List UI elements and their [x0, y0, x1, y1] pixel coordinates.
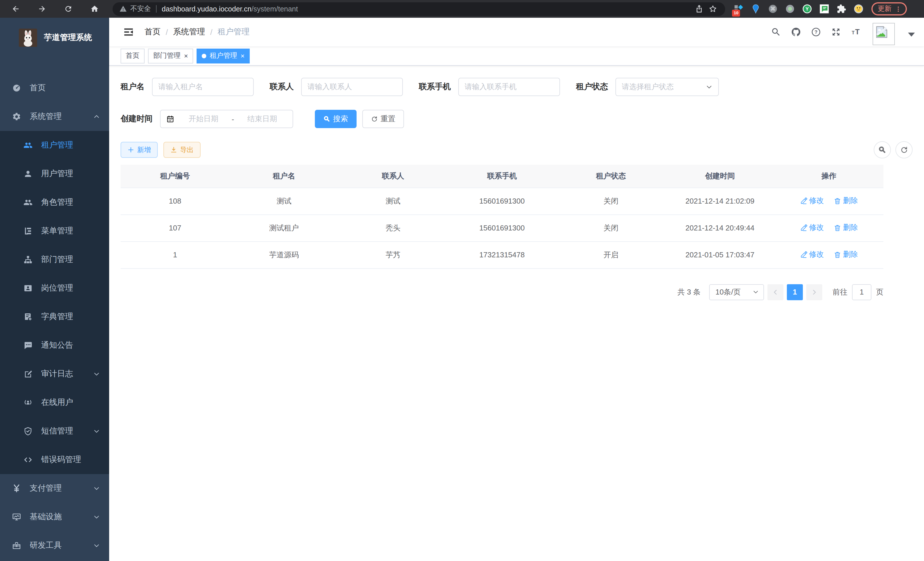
delete-link[interactable]: 删除: [834, 223, 858, 233]
page-size-select[interactable]: 10条/页: [709, 284, 764, 300]
edit-pen-icon: [800, 224, 807, 232]
extension-icon-command[interactable]: ⌘: [767, 4, 778, 14]
export-button[interactable]: 导出: [164, 142, 201, 158]
tab-部门管理[interactable]: 部门管理 ×: [148, 48, 193, 63]
extension-icon-grey-dot[interactable]: [784, 4, 795, 14]
sidebar-item-基础设施[interactable]: 基础设施: [0, 503, 109, 531]
sidebar-menu: 首页 系统管理 租户管理 用户管理 角色管理 菜单管理 部门管理 岗位管理: [0, 74, 109, 560]
goto-page-input[interactable]: 1: [852, 284, 872, 300]
sidebar-item-角色管理[interactable]: 角色管理: [0, 188, 109, 217]
edit-link[interactable]: 修改: [800, 223, 824, 233]
sidebar-item-字典管理[interactable]: 字典管理: [0, 302, 109, 331]
search-button[interactable]: 搜索: [315, 110, 357, 128]
announcement-icon: [23, 341, 33, 350]
sidebar-item-岗位管理[interactable]: 岗位管理: [0, 274, 109, 302]
breadcrumb-item-home[interactable]: 首页: [145, 27, 160, 37]
extension-icon-chat[interactable]: [819, 4, 829, 14]
browser-reload-button[interactable]: [61, 2, 75, 16]
forward-icon: [38, 5, 46, 13]
prev-page-button[interactable]: [767, 284, 783, 300]
browser-forward-button[interactable]: [35, 2, 49, 16]
active-tab-dot: [202, 53, 206, 58]
refresh-table-button[interactable]: [896, 141, 913, 158]
breadcrumb-item-system[interactable]: 系统管理: [173, 27, 205, 37]
extension-icon-y[interactable]: Y: [802, 4, 812, 14]
tenant-name-input[interactable]: 请输入租户名: [152, 78, 254, 96]
sidebar-item-用户管理[interactable]: 用户管理: [0, 159, 109, 188]
sidebar-collapse-icon[interactable]: [123, 26, 134, 38]
sidebar-item-错误码管理[interactable]: 错误码管理: [0, 445, 109, 474]
table-header-row: 租户编号 租户名 联系人 联系手机 租户状态 创建时间 操作: [121, 165, 884, 188]
contact-input[interactable]: 请输入联系人: [301, 78, 403, 96]
tenant-table: 租户编号 租户名 联系人 联系手机 租户状态 创建时间 操作 108 测试 测试…: [121, 165, 884, 268]
tab-首页[interactable]: 首页: [121, 48, 145, 63]
sidebar-item-label: 支付管理: [30, 483, 93, 493]
share-button[interactable]: [692, 2, 706, 16]
cell-status: 开启: [556, 241, 665, 268]
tab-租户管理[interactable]: 租户管理 ×: [196, 48, 250, 63]
extension-icon-emoji[interactable]: [853, 4, 863, 14]
edit-pen-icon: [800, 251, 807, 259]
tab-close-icon[interactable]: ×: [241, 52, 244, 59]
sidebar-item-支付管理[interactable]: 支付管理: [0, 474, 109, 503]
puzzle-icon: [836, 4, 846, 14]
url-host: dashboard.yudao.iocoder.cn: [162, 5, 251, 13]
sidebar-item-通知公告[interactable]: 通知公告: [0, 331, 109, 360]
add-button[interactable]: 新增: [121, 142, 158, 158]
sidebar-item-label: 菜单管理: [41, 226, 100, 236]
start-date-placeholder: 开始日期: [178, 114, 230, 124]
help-button[interactable]: [810, 26, 822, 38]
col-created: 创建时间: [665, 165, 774, 188]
extension-icon-puzzle[interactable]: [836, 4, 846, 14]
sidebar-item-短信管理[interactable]: 短信管理: [0, 417, 109, 445]
question-icon: [811, 27, 821, 37]
sidebar-item-研发工具[interactable]: 研发工具: [0, 531, 109, 560]
app-logo-row[interactable]: 芋道管理系统: [0, 18, 109, 50]
extension-icon-tag[interactable]: 10: [733, 4, 743, 14]
font-size-button[interactable]: [850, 26, 862, 38]
sidebar-item-label: 系统管理: [30, 111, 93, 122]
sidebar-item-在线用户[interactable]: 在线用户: [0, 388, 109, 417]
error-code-icon: [23, 455, 33, 464]
grey-green-dot-icon: [785, 4, 795, 14]
extension-icon-kite[interactable]: [750, 4, 760, 14]
sidebar-item-审计日志[interactable]: 审计日志: [0, 360, 109, 388]
browser-update-menu-button[interactable]: 更新: [872, 2, 907, 15]
chevron-icon: [93, 371, 100, 378]
emoji-face-icon: [854, 4, 863, 14]
cell-created: 2021-12-14 21:02:09: [665, 188, 774, 214]
sidebar-item-系统管理[interactable]: 系统管理: [0, 102, 109, 131]
edit-link[interactable]: 修改: [800, 250, 824, 260]
address-bar[interactable]: 不安全 dashboard.yudao.iocoder.cn/system/te…: [112, 2, 725, 16]
search-icon: [323, 116, 330, 122]
delete-link[interactable]: 删除: [834, 250, 858, 260]
edit-link[interactable]: 修改: [800, 196, 824, 206]
delete-link[interactable]: 删除: [834, 196, 858, 206]
page-number-button[interactable]: 1: [787, 284, 803, 300]
sidebar-item-租户管理[interactable]: 租户管理: [0, 131, 109, 159]
browser-back-button[interactable]: [9, 2, 22, 16]
reset-button[interactable]: 重置: [362, 110, 404, 128]
status-select[interactable]: 请选择租户状态: [615, 78, 719, 96]
tab-close-icon[interactable]: ×: [184, 52, 188, 59]
col-tenant-id: 租户编号: [121, 165, 230, 188]
bookmark-button[interactable]: [706, 2, 719, 16]
avatar-dropdown-caret[interactable]: [908, 32, 915, 36]
fullscreen-button[interactable]: [830, 26, 842, 38]
header-search-button[interactable]: [770, 26, 782, 38]
mobile-input[interactable]: 请输入联系手机: [458, 78, 560, 96]
tab-label: 租户管理: [210, 51, 237, 61]
infrastructure-icon: [12, 512, 21, 522]
share-icon: [694, 5, 703, 13]
next-page-button[interactable]: [806, 284, 822, 300]
sidebar-item-首页[interactable]: 首页: [0, 74, 109, 102]
github-link[interactable]: [790, 26, 802, 38]
user-avatar[interactable]: [873, 23, 895, 45]
browser-home-button[interactable]: [87, 2, 101, 16]
sidebar-item-部门管理[interactable]: 部门管理: [0, 245, 109, 274]
create-time-range-picker[interactable]: 开始日期 - 结束日期: [160, 110, 293, 128]
browser-toolbar: 不安全 dashboard.yudao.iocoder.cn/system/te…: [0, 0, 924, 18]
toggle-search-button[interactable]: [874, 141, 891, 158]
sidebar-item-label: 短信管理: [41, 426, 93, 436]
sidebar-item-菜单管理[interactable]: 菜单管理: [0, 217, 109, 245]
